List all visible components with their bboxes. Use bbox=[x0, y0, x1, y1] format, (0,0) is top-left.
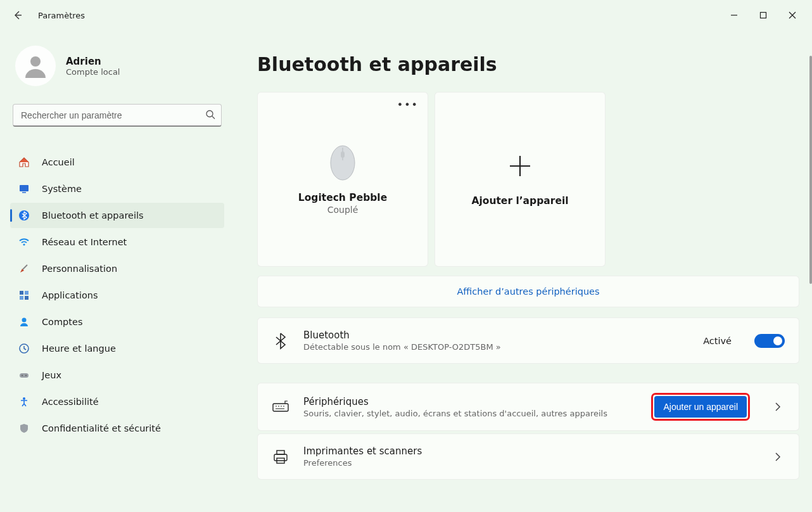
svg-point-6 bbox=[23, 243, 25, 245]
device-status: Couplé bbox=[327, 205, 358, 215]
sidebar-item-accessibility[interactable]: Accessibilité bbox=[10, 389, 224, 414]
back-button[interactable] bbox=[5, 3, 30, 28]
sidebar-item-label: Heure et langue bbox=[42, 343, 116, 354]
scrollbar[interactable] bbox=[809, 56, 812, 284]
bluetooth-icon bbox=[272, 332, 289, 350]
bluetooth-status-label: Activé bbox=[703, 336, 732, 346]
brush-icon bbox=[18, 263, 30, 274]
sidebar-item-label: Système bbox=[42, 184, 82, 194]
maximize-button[interactable] bbox=[749, 5, 778, 25]
shield-icon bbox=[18, 423, 30, 434]
add-device-label: Ajouter l’appareil bbox=[471, 195, 568, 207]
search-input[interactable] bbox=[13, 104, 222, 127]
svg-rect-7 bbox=[20, 291, 23, 295]
close-icon bbox=[789, 11, 796, 19]
show-more-label: Afficher d’autres périphériques bbox=[457, 286, 599, 297]
sidebar-item-label: Accessibilité bbox=[42, 397, 99, 407]
plus-icon bbox=[506, 152, 534, 180]
titlebar: Paramètres bbox=[0, 0, 812, 30]
svg-point-1 bbox=[30, 56, 41, 67]
device-card[interactable]: ••• Logitech Pebble Couplé bbox=[257, 92, 428, 267]
device-name: Logitech Pebble bbox=[298, 192, 387, 203]
sidebar-item-home[interactable]: Accueil bbox=[10, 150, 224, 175]
apps-icon bbox=[18, 290, 30, 301]
svg-rect-18 bbox=[341, 151, 345, 158]
sidebar-item-label: Comptes bbox=[42, 317, 83, 327]
accessibility-icon bbox=[18, 396, 30, 407]
page-title: Bluetooth et appareils bbox=[257, 53, 799, 75]
chevron-right-icon bbox=[771, 402, 785, 411]
svg-rect-0 bbox=[761, 13, 766, 18]
devices-row[interactable]: Périphériques Souris, clavier, stylet, a… bbox=[257, 383, 799, 431]
sidebar-item-bluetooth[interactable]: Bluetooth et appareils bbox=[10, 203, 224, 228]
svg-point-16 bbox=[23, 397, 25, 400]
sidebar-item-privacy[interactable]: Confidentialité et sécurité bbox=[10, 416, 224, 441]
sidebar-item-gaming[interactable]: Jeux bbox=[10, 362, 224, 388]
printers-title: Imprimantes et scanners bbox=[303, 445, 748, 457]
device-more-button[interactable]: ••• bbox=[397, 99, 419, 111]
printers-row[interactable]: Imprimantes et scanners Preferences bbox=[257, 433, 799, 480]
svg-rect-19 bbox=[273, 404, 288, 411]
system-icon bbox=[18, 183, 30, 195]
sidebar-item-label: Accueil bbox=[42, 157, 75, 167]
sidebar-item-label: Applications bbox=[42, 290, 98, 300]
bluetooth-title: Bluetooth bbox=[303, 330, 689, 341]
add-device-button[interactable]: Ajouter un appareil bbox=[654, 396, 747, 418]
svg-rect-10 bbox=[25, 296, 29, 300]
add-device-card[interactable]: Ajouter l’appareil bbox=[435, 92, 606, 267]
sidebar-item-label: Personnalisation bbox=[42, 264, 117, 274]
svg-rect-3 bbox=[20, 185, 29, 191]
window-title: Paramètres bbox=[38, 11, 85, 20]
svg-rect-4 bbox=[22, 192, 26, 193]
devices-title: Périphériques bbox=[303, 396, 639, 407]
bluetooth-setting-row: Bluetooth Détectable sous le nom « DESKT… bbox=[257, 317, 799, 364]
nav: Accueil Système Bluetooth et appareils R… bbox=[10, 150, 224, 441]
keyboard-icon bbox=[272, 400, 289, 414]
sidebar-item-label: Réseau et Internet bbox=[42, 237, 127, 247]
sidebar-item-personalization[interactable]: Personnalisation bbox=[10, 256, 224, 281]
printer-icon bbox=[272, 449, 289, 464]
clock-icon bbox=[18, 343, 30, 354]
home-icon bbox=[18, 157, 30, 168]
devices-subtitle: Souris, clavier, stylet, audio, écrans e… bbox=[303, 409, 639, 418]
bluetooth-icon bbox=[18, 210, 30, 221]
highlight-ring: Ajouter un appareil bbox=[653, 395, 748, 419]
sidebar-item-label: Confidentialité et sécurité bbox=[42, 423, 161, 433]
svg-point-15 bbox=[25, 375, 27, 376]
bluetooth-toggle[interactable] bbox=[754, 334, 785, 348]
minimize-button[interactable] bbox=[720, 5, 749, 25]
svg-rect-8 bbox=[25, 291, 29, 295]
svg-point-11 bbox=[22, 318, 27, 323]
sidebar-item-time-language[interactable]: Heure et langue bbox=[10, 336, 224, 361]
svg-rect-20 bbox=[274, 454, 287, 461]
chevron-right-icon bbox=[771, 452, 785, 461]
svg-rect-21 bbox=[277, 451, 284, 454]
printers-subtitle: Preferences bbox=[303, 458, 748, 468]
sidebar-item-accounts[interactable]: Comptes bbox=[10, 309, 224, 335]
profile-subtitle: Compte local bbox=[66, 67, 120, 77]
gamepad-icon bbox=[18, 369, 30, 381]
person-icon bbox=[22, 53, 49, 79]
arrow-left-icon bbox=[13, 10, 23, 20]
mouse-icon bbox=[329, 144, 357, 182]
svg-point-14 bbox=[22, 375, 23, 376]
show-more-devices[interactable]: Afficher d’autres périphériques bbox=[257, 276, 799, 307]
bluetooth-subtitle: Détectable sous le nom « DESKTOP-O2DT5BM… bbox=[303, 342, 689, 352]
profile-name: Adrien bbox=[66, 56, 120, 67]
sidebar: Adrien Compte local Accueil Système Blue… bbox=[0, 30, 234, 512]
sidebar-item-system[interactable]: Système bbox=[10, 176, 224, 202]
minimize-icon bbox=[730, 11, 738, 19]
close-button[interactable] bbox=[778, 5, 807, 25]
maximize-icon bbox=[759, 11, 767, 19]
svg-rect-9 bbox=[20, 296, 23, 300]
accounts-icon bbox=[18, 316, 30, 328]
svg-rect-13 bbox=[20, 373, 29, 378]
sidebar-item-label: Jeux bbox=[42, 370, 61, 380]
avatar bbox=[15, 46, 56, 86]
sidebar-item-label: Bluetooth et appareils bbox=[42, 210, 144, 221]
content: Bluetooth et appareils ••• Logitech Pebb… bbox=[234, 30, 812, 512]
wifi-icon bbox=[18, 236, 30, 248]
sidebar-item-apps[interactable]: Applications bbox=[10, 283, 224, 308]
profile[interactable]: Adrien Compte local bbox=[10, 30, 224, 101]
sidebar-item-network[interactable]: Réseau et Internet bbox=[10, 229, 224, 255]
